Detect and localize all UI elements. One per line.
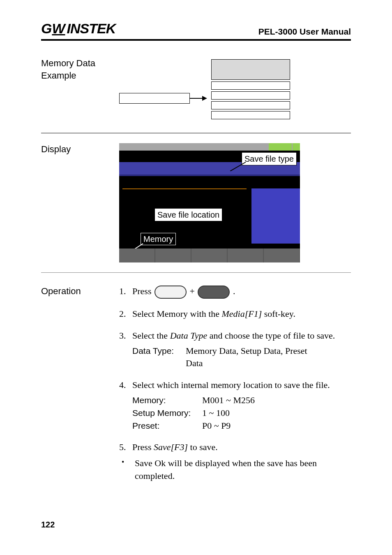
callout-line-icon xyxy=(223,196,247,214)
brand-logo: GWINSTEK xyxy=(41,21,115,37)
button-pill-light-icon xyxy=(154,286,187,299)
step-2: 2. Select Memory with the Media[F1] soft… xyxy=(119,308,351,320)
diagram-target-stack xyxy=(211,59,290,121)
svg-line-1 xyxy=(223,197,246,214)
step3-key: Data Type: xyxy=(132,345,186,370)
step1-text: Press xyxy=(132,286,154,296)
memory-diagram xyxy=(119,57,351,123)
setup-key: Setup Memory: xyxy=(132,407,202,420)
step3-val: Memory Data, Setup Data, Preset Data xyxy=(186,345,313,370)
button-pill-dark-icon xyxy=(198,286,230,299)
plus-text: + xyxy=(189,286,197,296)
page: GWINSTEK PEL-3000 User Manual Memory Dat… xyxy=(0,0,392,555)
callout-save-file-type: Save file type xyxy=(242,152,297,165)
softkey-bar xyxy=(119,248,300,262)
section-label-display: Display xyxy=(41,143,119,156)
mem-key: Memory: xyxy=(132,394,202,407)
lcd-mock: Save file type Save file location Memory xyxy=(119,143,300,262)
step-3: 3. Select the Data Type and choose the t… xyxy=(119,330,351,370)
page-number: 122 xyxy=(41,520,55,529)
setup-val: 1 ~ 100 xyxy=(202,407,230,420)
preset-val: P0 ~ P9 xyxy=(202,420,231,432)
step-5: 5. Press Save[F3] to save. xyxy=(119,441,351,454)
arrow-icon xyxy=(190,98,206,99)
operation-steps: 1. Press + . 2. Select Memory with the M… xyxy=(119,285,351,454)
callout-memory: Memory xyxy=(141,233,176,245)
step1-end: . xyxy=(233,286,235,296)
manual-title: PEL-3000 User Manual xyxy=(258,27,351,37)
diagram-source-box xyxy=(119,93,190,104)
section-operation: Operation 1. Press + . 2. Sel xyxy=(41,285,351,492)
mem-val: M001 ~ M256 xyxy=(202,394,255,407)
step-4: 4. Select which internal memory location… xyxy=(119,379,351,432)
section-memory-example: Memory Data Example xyxy=(41,57,351,133)
callout-save-file-location: Save file location xyxy=(154,208,222,221)
preset-key: Preset: xyxy=(132,420,202,432)
page-header: GWINSTEK PEL-3000 User Manual xyxy=(41,21,351,41)
section-label-operation: Operation xyxy=(41,285,119,297)
callout-line-icon xyxy=(230,161,247,171)
svg-line-0 xyxy=(230,162,246,171)
section-display: Display Save file type Save file locatio… xyxy=(41,143,351,273)
operation-note: • Save Ok will be displayed when the sav… xyxy=(119,457,351,483)
step-1: 1. Press + . xyxy=(119,285,351,299)
section-label-memory: Memory Data Example xyxy=(41,57,119,81)
